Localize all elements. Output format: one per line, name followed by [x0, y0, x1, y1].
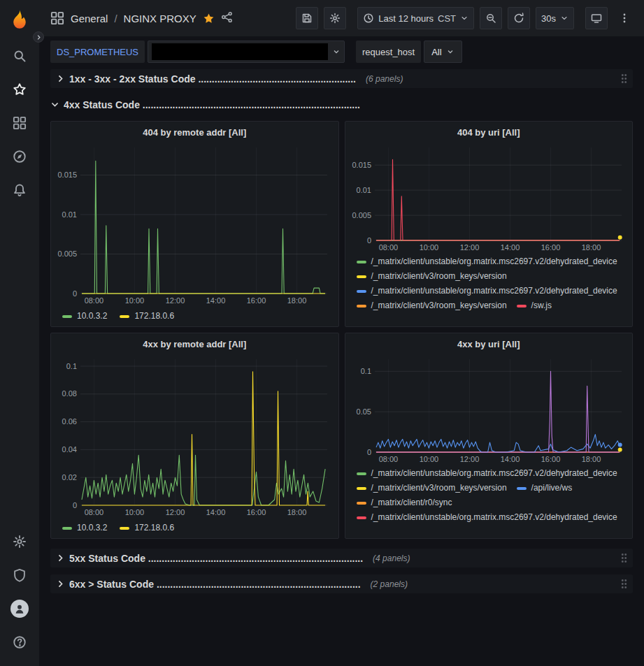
refresh-button[interactable]	[508, 7, 530, 29]
legend-label: /_matrix/client/v3/room_keys/version	[371, 482, 507, 494]
row-title: 1xx - 3xx - 2xx Status Code ............…	[69, 73, 356, 85]
legend-swatch	[517, 487, 527, 490]
favorite-star-button[interactable]	[203, 13, 215, 24]
legend-swatch	[357, 472, 366, 475]
legend-item[interactable]: /_matrix/client/unstable/org.matrix.msc2…	[357, 256, 617, 268]
variable-datasource-dropdown[interactable]	[148, 41, 345, 63]
tv-mode-button[interactable]	[585, 7, 608, 29]
row-5xx[interactable]: 5xx Status Code ........................…	[50, 549, 633, 567]
row-6xx[interactable]: 6xx > Status Code ......................…	[50, 574, 633, 593]
legend-item[interactable]: /sw.js	[517, 300, 552, 312]
legend-item[interactable]: /_matrix/client/unstable/org.matrix.msc2…	[357, 285, 617, 297]
svg-text:12:00: 12:00	[166, 508, 185, 516]
zoom-out-button[interactable]	[480, 7, 502, 29]
legend-item[interactable]: /_matrix/client/unstable/org.matrix.msc2…	[357, 468, 617, 479]
breadcrumb: General / NGINX PROXY	[50, 11, 233, 25]
sidebar-item-admin[interactable]	[4, 558, 35, 592]
row-panel-count: (2 panels)	[371, 579, 408, 589]
sidebar-item-alerting[interactable]	[4, 173, 35, 207]
chevron-down-icon	[560, 14, 568, 22]
svg-text:14:00: 14:00	[500, 243, 520, 252]
refresh-interval-label: 30s	[541, 13, 556, 24]
row-4xx[interactable]: 4xx Status Code ........................…	[50, 95, 633, 114]
kebab-menu-button[interactable]	[613, 7, 636, 29]
row-drag-handle[interactable]	[621, 553, 627, 563]
variable-request-host: request_host All	[356, 41, 462, 63]
legend-item[interactable]: 10.0.3.2	[62, 522, 107, 534]
star-filled-icon	[203, 13, 215, 24]
grafana-logo[interactable]	[9, 8, 30, 29]
timeseries-chart-4xx-by-remote-addr[interactable]: 00.020.040.060.080.108:0010:0012:0014:00…	[54, 354, 336, 518]
timeseries-chart-404-by-uri[interactable]: 00.0050.010.01508:0010:0012:0014:0016:00…	[348, 143, 630, 253]
legend-item[interactable]: /_matrix/client/r0/sync	[357, 497, 452, 509]
variable-request-host-dropdown[interactable]: All	[424, 41, 461, 63]
legend-item[interactable]: /_matrix/client/v3/room_keys/version	[357, 300, 507, 312]
panel-title[interactable]: 4xx by uri [All]	[345, 333, 633, 354]
kebab-icon	[619, 13, 630, 24]
legend-item[interactable]: /_matrix/client/unstable/org.matrix.msc2…	[357, 512, 617, 523]
svg-text:0.015: 0.015	[57, 171, 77, 179]
shield-icon	[13, 568, 27, 582]
svg-text:16:00: 16:00	[541, 243, 560, 252]
page-title[interactable]: NGINX PROXY	[124, 13, 196, 24]
variables-bar: DS_PROMETHEUS request_host All	[39, 36, 644, 67]
legend-item[interactable]: 10.0.3.2	[62, 310, 107, 322]
row-drag-handle[interactable]	[621, 73, 627, 84]
timeseries-chart-404-by-remote-addr[interactable]: 00.0050.010.01508:0010:0012:0014:0016:00…	[54, 143, 336, 306]
panel-title[interactable]: 404 by remote addr [All]	[51, 122, 338, 143]
breadcrumb-section[interactable]: General	[71, 13, 108, 24]
panel-title[interactable]: 4xx by remote addr [All]	[51, 333, 338, 354]
legend-item[interactable]: /api/live/ws	[517, 482, 573, 494]
timeseries-chart-4xx-by-uri[interactable]: 00.050.108:0010:0012:0014:0016:0018:00	[348, 354, 630, 465]
legend-item[interactable]: 172.18.0.6	[120, 310, 174, 322]
variable-request-host-value: All	[431, 47, 441, 57]
legend-label: /sw.js	[531, 300, 552, 312]
svg-text:08:00: 08:00	[85, 508, 104, 516]
save-dashboard-button[interactable]	[296, 7, 318, 29]
sidebar-item-settings[interactable]	[4, 525, 35, 558]
toolbar: Last 12 hours CST 30s	[296, 7, 636, 29]
share-button[interactable]	[221, 11, 233, 25]
svg-text:14:00: 14:00	[206, 508, 226, 516]
row-title: 6xx > Status Code ......................…	[69, 579, 361, 590]
svg-text:0.02: 0.02	[62, 473, 77, 482]
legend-item[interactable]: /_matrix/client/v3/room_keys/version	[357, 270, 507, 282]
row-title: 4xx Status Code ........................…	[64, 99, 360, 110]
svg-text:08:00: 08:00	[378, 243, 398, 252]
zoom-out-icon	[485, 13, 496, 24]
sidebar-item-profile[interactable]	[4, 592, 35, 625]
gear-icon	[329, 13, 341, 24]
chevron-down-icon	[446, 48, 455, 56]
panel-404-by-remote-addr: 404 by remote addr [All] 00.0050.010.015…	[50, 121, 339, 327]
sidebar-item-starred[interactable]	[4, 73, 35, 106]
time-range-label: Last 12 hours	[378, 13, 434, 24]
time-range-picker[interactable]: Last 12 hours CST	[357, 7, 474, 29]
panel-grid: 404 by remote addr [All] 00.0050.010.015…	[50, 121, 633, 539]
breadcrumb-separator: /	[114, 13, 117, 24]
chevron-right-icon	[56, 579, 65, 588]
chevron-right-icon	[56, 553, 65, 563]
legend-swatch	[120, 527, 129, 530]
legend-swatch	[357, 487, 366, 490]
row-drag-handle[interactable]	[621, 579, 627, 589]
sidebar-item-explore[interactable]	[4, 140, 35, 173]
sidebar-item-dashboards[interactable]	[4, 106, 35, 140]
censored-value	[152, 43, 328, 60]
svg-text:0.01: 0.01	[356, 186, 371, 194]
sidebar-item-search[interactable]	[4, 39, 35, 73]
svg-text:0: 0	[73, 289, 77, 298]
legend-item[interactable]: 172.18.0.6	[120, 522, 174, 534]
legend-label: /_matrix/client/unstable/org.matrix.msc2…	[371, 285, 617, 297]
sidebar-collapse-button[interactable]	[33, 31, 44, 43]
refresh-interval-dropdown[interactable]: 30s	[536, 7, 574, 29]
sidebar-item-help[interactable]	[4, 625, 35, 659]
dashboard-settings-button[interactable]	[324, 7, 346, 29]
svg-text:0: 0	[366, 236, 371, 245]
row-1xx-3xx-2xx[interactable]: 1xx - 3xx - 2xx Status Code ............…	[50, 69, 633, 88]
grafana-flame-icon	[9, 8, 30, 29]
search-icon	[13, 49, 27, 63]
panel-title[interactable]: 404 by uri [All]	[345, 122, 633, 143]
legend-item[interactable]: /_matrix/client/v3/room_keys/version	[357, 482, 507, 494]
tv-icon	[591, 13, 602, 24]
variable-request-host-label: request_host	[356, 41, 421, 63]
